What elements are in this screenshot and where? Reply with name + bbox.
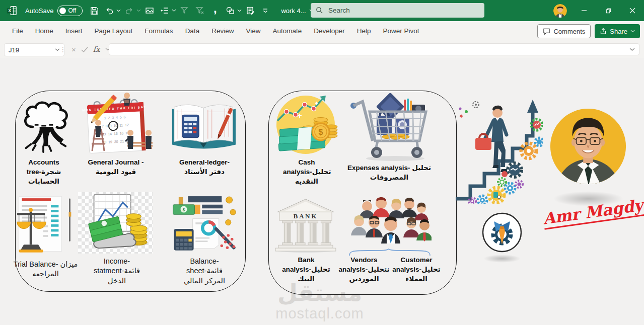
- account-avatar[interactable]: [553, 4, 567, 18]
- redo-icon: [123, 4, 136, 18]
- comments-label: Comments: [553, 28, 585, 35]
- label-balance-sheet[interactable]: Balance-sheet-قائمة المركز المالي: [180, 257, 229, 286]
- excel-window: X AutoSave Off: [0, 0, 644, 325]
- document-title[interactable]: work 4...: [281, 7, 306, 15]
- tab-review[interactable]: Review: [205, 22, 240, 41]
- restore-button[interactable]: [597, 0, 620, 21]
- tab-automate[interactable]: Automate: [266, 22, 308, 41]
- name-box-value: J19: [9, 46, 19, 54]
- svg-text:X: X: [9, 9, 12, 13]
- formula-input[interactable]: [109, 43, 639, 55]
- label-general-journal[interactable]: General Journal - قيود اليومية: [88, 158, 144, 177]
- tab-home[interactable]: Home: [29, 22, 59, 41]
- cash-analysis-icon[interactable]: $: [274, 92, 340, 156]
- tab-file[interactable]: File: [6, 22, 29, 41]
- screenshot-icon[interactable]: [143, 4, 156, 18]
- career-growth-illustration: [453, 96, 543, 204]
- bank-analysis-icon[interactable]: BANK: [273, 197, 338, 253]
- filter-reapply-icon: [178, 4, 191, 18]
- namebox-divider[interactable]: ⋮: [59, 45, 66, 53]
- title-bar: X AutoSave Off: [0, 0, 644, 21]
- income-statement-icon[interactable]: [78, 192, 153, 254]
- tab-help[interactable]: Help: [351, 22, 377, 41]
- tab-insert[interactable]: Insert: [59, 22, 89, 41]
- tab-power-pivot[interactable]: Power Pivot: [377, 22, 425, 41]
- formula-bar-row: J19 ⋮ × fx: [0, 41, 644, 59]
- label-trial-balance-en: Trial Balance-: [14, 260, 58, 268]
- share-icon: [600, 28, 607, 35]
- autosave-label: AutoSave: [25, 7, 53, 15]
- filter-clear-icon: [193, 4, 206, 18]
- comments-button[interactable]: Comments: [537, 24, 591, 38]
- label-bank-analysis[interactable]: Bank analysis-تحليل البنك: [282, 256, 330, 284]
- svg-text:$: $: [183, 207, 185, 212]
- general-journal-icon[interactable]: MON TUE WED THU FRI SAT 1 2 3 4 5 6 7 8 …: [78, 91, 154, 157]
- undo-icon[interactable]: [103, 4, 116, 18]
- cancel-icon: ×: [71, 45, 76, 54]
- enter-icon: [81, 47, 88, 52]
- name-box[interactable]: J19: [4, 43, 64, 56]
- toggle-knob: [59, 8, 66, 14]
- insert-rows-icon[interactable]: [158, 4, 171, 18]
- businessman: [475, 106, 507, 172]
- svg-text:$: $: [319, 128, 323, 136]
- comment-icon: [543, 28, 550, 35]
- general-ledger-icon[interactable]: [169, 102, 239, 154]
- minimize-button[interactable]: [573, 0, 596, 21]
- label-expenses-analysis-en: Expenses analysis-: [347, 164, 412, 172]
- label-general-ledger[interactable]: General-ledger- دفتر الأستاذ: [177, 158, 232, 177]
- label-income-statement[interactable]: Income-statment-قائمة الدخل: [92, 257, 142, 286]
- label-bank-analysis-en: Bank analysis-: [282, 256, 314, 273]
- balance-sheet-icon[interactable]: $: [171, 192, 237, 254]
- excel-app-icon[interactable]: X: [5, 4, 18, 18]
- label-general-journal-ar: قيود اليومية: [96, 168, 136, 176]
- shapes-icon[interactable]: [224, 4, 237, 18]
- autosave-toggle[interactable]: Off: [57, 6, 83, 16]
- bank-sign: BANK: [294, 213, 318, 220]
- profile-portrait: [549, 107, 627, 186]
- tab-formulas[interactable]: Formulas: [138, 22, 179, 41]
- watermark-domain: mostaql.com: [269, 305, 370, 322]
- label-cash-analysis-en: Cash analysis-: [283, 158, 315, 176]
- badge-shadow: [483, 255, 521, 263]
- label-general-ledger-ar: دفتر الأستاذ: [184, 168, 225, 176]
- label-accounts-tree[interactable]: Accounts tree-شجرة الحسابات: [19, 158, 69, 186]
- share-label: Share: [610, 28, 627, 35]
- shapes-dropdown-icon[interactable]: [237, 9, 242, 12]
- sheet-canvas: مستقل mostaql.com MON TUE WED THU: [0, 58, 644, 325]
- insert-rows-dropdown-icon[interactable]: [172, 9, 176, 12]
- search-icon: [316, 7, 323, 14]
- trial-balance-icon[interactable]: [15, 192, 76, 256]
- search-box[interactable]: [311, 3, 484, 18]
- quick-access-toolbar: X AutoSave Off: [0, 2, 314, 20]
- undo-dropdown-icon[interactable]: [116, 9, 121, 12]
- comma-style-icon[interactable]: ,: [208, 2, 222, 20]
- tab-data[interactable]: Data: [179, 22, 206, 41]
- accounting-logo-badge: [481, 211, 523, 254]
- draft-sheet-icon[interactable]: [244, 4, 257, 18]
- tab-page-layout[interactable]: Page Layout: [89, 22, 139, 41]
- tab-view[interactable]: View: [240, 22, 266, 41]
- redo-dropdown-icon: [136, 9, 141, 12]
- share-dropdown-icon: [630, 30, 635, 33]
- expenses-analysis-icon[interactable]: [347, 92, 431, 162]
- share-button[interactable]: Share: [595, 24, 640, 38]
- search-input[interactable]: [327, 6, 470, 15]
- label-general-journal-en: General Journal -: [88, 158, 144, 166]
- label-expenses-analysis[interactable]: Expenses analysis- تحليل المصروفات: [332, 163, 446, 182]
- qat-overflow-icon[interactable]: [259, 4, 272, 18]
- label-trial-balance[interactable]: Trial Balance- ميزان المراجعه: [9, 260, 82, 279]
- label-cash-analysis[interactable]: Cash analysis-تحليل النقديه: [283, 158, 330, 186]
- label-customer-analysis[interactable]: Customer analysis-تحليل العملاء: [389, 256, 444, 284]
- formula-bar-expand-icon[interactable]: [629, 48, 635, 51]
- customers-vendors-icon[interactable]: [350, 195, 432, 248]
- save-icon[interactable]: [88, 4, 101, 18]
- accounts-tree-icon[interactable]: [20, 101, 68, 155]
- label-vendors-analysis[interactable]: Vendors analysis-نتحليل الموردين: [336, 256, 392, 284]
- label-general-ledger-en: General-ledger-: [179, 158, 230, 166]
- insert-function-icon[interactable]: fx: [93, 45, 100, 54]
- tab-developer[interactable]: Developer: [308, 22, 351, 41]
- autosave-state: Off: [68, 7, 76, 14]
- close-button[interactable]: [621, 0, 644, 21]
